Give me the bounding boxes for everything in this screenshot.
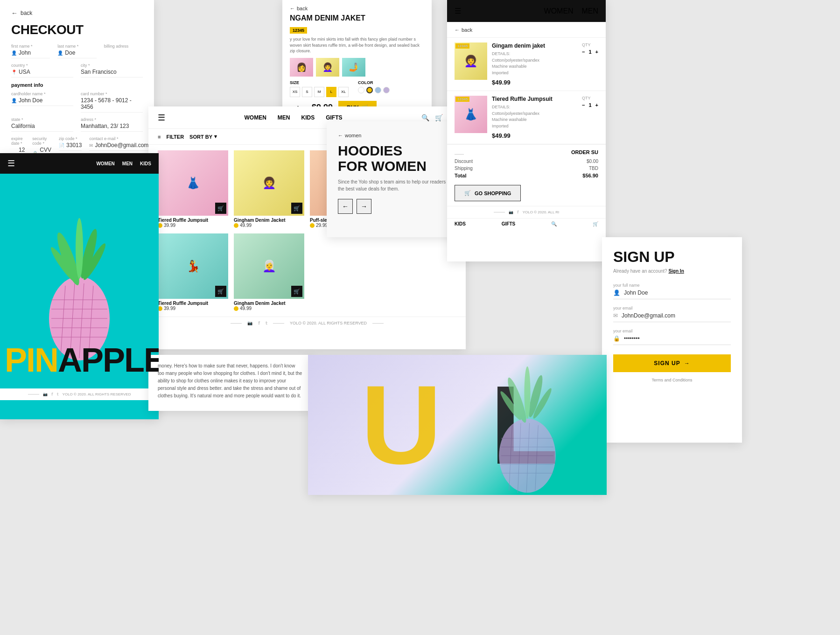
- next-button[interactable]: →: [357, 199, 371, 214]
- qty-plus-2[interactable]: +: [595, 102, 598, 108]
- color-white[interactable]: [358, 87, 364, 93]
- nav-women[interactable]: WOMEN: [244, 114, 266, 121]
- detail-title: NGAM DENIM JAKET: [290, 14, 424, 22]
- go-shopping-button[interactable]: 🛒 GO SHOPPING: [455, 185, 521, 201]
- cardholder-label: cardholder name *: [11, 92, 73, 96]
- color-label: COLOR: [358, 80, 390, 85]
- order-instagram-icon: 📷: [509, 210, 513, 214]
- state-value: California: [11, 123, 73, 132]
- detail-options: SIZE XS S M L XL COLOR: [290, 80, 424, 97]
- last-name-label: last name *: [57, 44, 96, 49]
- arrow-right-signup-icon: →: [684, 360, 690, 367]
- first-name-value: 👤 John: [11, 49, 50, 58]
- sf-facebook-icon: 𝕗: [51, 392, 53, 396]
- back-arrow-icon: ←: [11, 9, 18, 17]
- add-to-cart-6[interactable]: 🛒: [291, 286, 302, 297]
- storefront-women[interactable]: WOMEN: [96, 161, 114, 166]
- qty-minus-1[interactable]: −: [582, 49, 585, 55]
- add-to-cart-2[interactable]: 🛒: [291, 203, 302, 214]
- sort-button[interactable]: SORT BY ▾: [189, 134, 217, 140]
- thumb-3[interactable]: 🤳: [342, 58, 365, 77]
- size-m[interactable]: M: [314, 87, 324, 97]
- address-value: Manhattan, 23/ 123: [81, 123, 143, 132]
- order-cart-icon[interactable]: 🛒: [593, 221, 598, 226]
- cart-icon-nav[interactable]: 🛒: [435, 114, 443, 121]
- zip-label: zip code *: [59, 136, 82, 141]
- total-row: Total $56.90: [455, 173, 598, 178]
- size-xl[interactable]: XL: [338, 87, 349, 97]
- thumb-1[interactable]: 👩: [290, 58, 313, 77]
- expire-label: expire date *: [11, 136, 25, 146]
- product-name-5: Tiered Ruffle Jumpsuit: [158, 301, 228, 306]
- detail-back-link[interactable]: ← back: [290, 6, 424, 11]
- list-item: 👩‍🦳 🛒 Gingham Denim Jacket 49.99: [234, 233, 304, 311]
- prev-button[interactable]: ←: [338, 199, 353, 214]
- back-arrow-icon-2: ←: [290, 6, 295, 11]
- footer-divider-1: [231, 323, 242, 324]
- qty-minus-2[interactable]: −: [582, 102, 585, 108]
- order-nav: ☰ WOMEN MEN: [447, 0, 606, 22]
- user-icon-signup: 👤: [613, 289, 620, 296]
- fullname-label: your full name: [613, 283, 731, 288]
- qty-control-2[interactable]: − 1 +: [582, 102, 598, 108]
- order-menu-icon[interactable]: ☰: [455, 7, 461, 15]
- order-facebook-icon: 𝕗: [517, 210, 519, 214]
- thumb-2[interactable]: 👩‍🦱: [316, 58, 339, 77]
- order-item-details-1: Gingam denim jaket DETAILS: Cotton/polye…: [492, 42, 577, 86]
- add-to-cart-5[interactable]: 🛒: [215, 286, 226, 297]
- order-item-details-2: Tiered Ruffle Jumpsuit DETAILS: Cotton/p…: [492, 96, 577, 139]
- storefront-nav-links: WOMEN MEN KIDS: [96, 161, 151, 166]
- signin-link[interactable]: Sign In: [668, 268, 684, 274]
- order-search-icon[interactable]: 🔍: [551, 221, 557, 226]
- order-qty-2: QTY − 1 +: [582, 96, 598, 139]
- order-footer: 📷 𝕗 YOLO © 2020. ALL RI: [447, 206, 606, 218]
- country-label: country *: [11, 63, 73, 68]
- size-buttons: XS S M L XL: [290, 87, 349, 97]
- size-s[interactable]: S: [302, 87, 312, 97]
- filter-button[interactable]: FILTER: [166, 134, 184, 140]
- yolo-pineapple-card: U L: [308, 355, 607, 495]
- order-item-name-2: Tiered Ruffle Jumpsuit: [492, 96, 577, 102]
- filter-icon: ≡: [158, 134, 161, 140]
- back-link[interactable]: ← back: [11, 9, 143, 17]
- nav-kids[interactable]: KIDS: [301, 114, 315, 121]
- color-lavender[interactable]: [383, 87, 390, 93]
- size-option: SIZE XS S M L XL: [290, 80, 349, 97]
- fullname-input[interactable]: 👤 John Doe: [613, 289, 731, 299]
- order-item-img-1: 12345 👩‍🦱: [455, 42, 487, 80]
- add-to-cart-1[interactable]: 🛒: [215, 203, 226, 214]
- storefront-footer: 📷 𝕗 𝕥 YOLO © 2020. ALL RIGHTS RESERVED: [0, 388, 159, 400]
- qty-control-1[interactable]: − 1 +: [582, 49, 598, 55]
- email-input[interactable]: ✉ JohnDoe@gmail.com: [613, 312, 731, 322]
- order-men[interactable]: MEN: [581, 7, 598, 15]
- qty-plus-1[interactable]: +: [595, 49, 598, 55]
- card-number-group: card number * 1234 - 5678 - 9012 - 3456: [81, 92, 143, 113]
- order-item-details-text-1: Cotton/polyester/spandexMachine washable…: [492, 57, 577, 77]
- storefront-menu-icon[interactable]: ☰: [7, 158, 15, 169]
- password-input[interactable]: 🔒 ••••••••: [613, 335, 731, 345]
- cardholder-group: cardholder name * 👤 John Doe: [11, 92, 73, 113]
- hoodies-nav: ← →: [338, 199, 465, 214]
- order-women[interactable]: WOMEN: [544, 7, 574, 15]
- search-icon[interactable]: 🔍: [421, 114, 429, 121]
- storefront-men[interactable]: MEN: [122, 161, 133, 166]
- nav-gifts[interactable]: GIFTS: [326, 114, 342, 121]
- state-group: state * California: [11, 117, 73, 132]
- color-yellow[interactable]: [366, 87, 373, 93]
- order-item-sub-2: DETAILS:: [492, 104, 577, 111]
- size-xs[interactable]: XS: [290, 87, 300, 97]
- order-kids[interactable]: KIDS: [455, 221, 466, 226]
- detail-badge: 12345: [290, 27, 307, 34]
- storefront-kids[interactable]: KIDS: [140, 161, 151, 166]
- hoodies-back-link[interactable]: ← women: [338, 133, 465, 138]
- order-gifts[interactable]: GIFTS: [502, 221, 515, 226]
- signup-button[interactable]: SIGN UP →: [613, 354, 731, 372]
- color-blue[interactable]: [375, 87, 381, 93]
- sf-twitter-icon: 𝕥: [57, 392, 59, 396]
- nav-men[interactable]: MEN: [278, 114, 290, 121]
- cardholder-value: 👤 John Doe: [11, 97, 73, 106]
- size-l[interactable]: L: [326, 87, 336, 97]
- price-icon-6: [234, 306, 238, 311]
- order-back-link[interactable]: ← back: [447, 22, 606, 38]
- nav-menu-icon[interactable]: ☰: [158, 113, 165, 123]
